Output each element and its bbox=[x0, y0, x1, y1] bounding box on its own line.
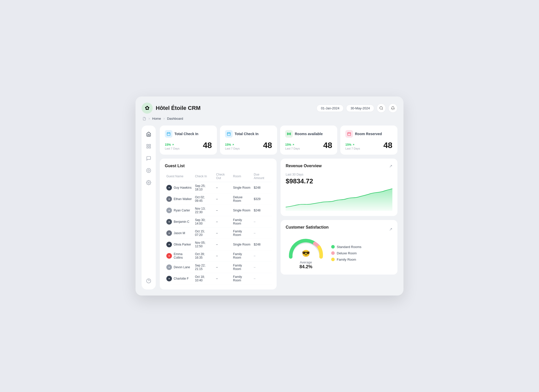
guest-name-cell: ● Charlotte F bbox=[165, 273, 193, 284]
revenue-days: Last 30 Days bbox=[286, 173, 392, 176]
guest-checkout: – bbox=[215, 182, 232, 193]
stat-days-2: Last 7 Days bbox=[225, 147, 240, 150]
stat-icon-checkin bbox=[165, 130, 172, 138]
guest-due: $248 bbox=[252, 182, 272, 193]
satisfaction-card: Customer Satisfaction ↗ bbox=[281, 220, 397, 275]
table-row[interactable]: ● Ryan Carter Nov 13; 22:30 – Single Roo… bbox=[165, 205, 272, 216]
stat-icon-reserved bbox=[345, 130, 353, 138]
legend-dot bbox=[331, 258, 335, 261]
revenue-amount: $9834.72 bbox=[286, 177, 392, 185]
sidebar-item-home[interactable] bbox=[144, 130, 153, 139]
guest-name-cell: ● Benjamin C bbox=[165, 216, 193, 228]
stat-header: Total Check In bbox=[165, 130, 212, 138]
sidebar-item-grid[interactable] bbox=[144, 142, 153, 151]
legend-label: Standard Rooms bbox=[337, 245, 362, 249]
satisfaction-header: Customer Satisfaction ↗ bbox=[286, 225, 392, 233]
guest-checkin: Sep 25; 18:10 bbox=[193, 182, 215, 193]
stat-percent: 15% bbox=[165, 143, 179, 146]
satisfaction-body: 😎 Average 84.2% Standard Rooms Deluxe Ro… bbox=[286, 237, 392, 270]
guest-due: – bbox=[252, 273, 272, 284]
table-row[interactable]: ● Jason M Oct 15; 07:20 – Family Room – bbox=[165, 228, 272, 239]
stats-row: Total Check In 15% Last 7 Days 48 bbox=[160, 126, 397, 155]
date-start-button[interactable]: 01-Jan-2024 bbox=[317, 105, 344, 112]
table-row[interactable]: ● Devon Lane Sep 22; 21:15 – Family Room… bbox=[165, 262, 272, 273]
logo-icon: ✿ bbox=[142, 103, 153, 114]
svg-point-8 bbox=[148, 182, 149, 183]
stat-card-reserved: Room Reserved 15% Last 7 Days 48 bbox=[340, 126, 397, 155]
sidebar-item-messages[interactable] bbox=[144, 154, 153, 163]
svg-rect-11 bbox=[167, 133, 170, 136]
guest-checkout: – bbox=[215, 205, 232, 216]
table-row[interactable]: ● Emma Collins Oct 28; 16:35 – Family Ro… bbox=[165, 250, 272, 262]
sidebar-item-help[interactable] bbox=[144, 276, 153, 285]
guest-checkout: – bbox=[215, 216, 232, 228]
guest-checkout: – bbox=[215, 250, 232, 262]
guest-due: – bbox=[252, 250, 272, 262]
stat-title-2: Total Check In bbox=[235, 132, 259, 136]
guest-name-cell: ● Guy Hawkins bbox=[165, 182, 193, 193]
table-row[interactable]: ● Guy Hawkins Sep 25; 18:10 – Single Roo… bbox=[165, 182, 272, 193]
stat-meta-2: 15% Last 7 Days bbox=[225, 143, 240, 150]
svg-point-7 bbox=[148, 170, 150, 172]
search-button[interactable] bbox=[377, 104, 386, 113]
guest-checkin: Oct 18; 10:40 bbox=[193, 273, 215, 284]
satisfaction-legend: Standard Rooms Deluxe Room Family Room bbox=[331, 245, 362, 261]
stat-percent-2: 15% bbox=[225, 143, 240, 146]
satisfaction-title: Customer Satisfaction bbox=[286, 225, 329, 230]
guest-room: Family Room bbox=[232, 273, 252, 284]
stat-card-checkin-1: Total Check In 15% Last 7 Days 48 bbox=[160, 126, 217, 155]
stat-number-1: 48 bbox=[203, 141, 212, 150]
guest-name-cell: ● Devon Lane bbox=[165, 262, 193, 273]
stat-bottom-3: 15% Last 7 Days 48 bbox=[285, 141, 332, 150]
stat-title-3: Rooms available bbox=[295, 132, 323, 136]
svg-rect-2 bbox=[147, 144, 148, 146]
col-room: Room bbox=[232, 172, 252, 182]
date-end-button[interactable]: 30-May-2024 bbox=[346, 105, 374, 112]
sidebar-item-analytics[interactable] bbox=[144, 166, 153, 175]
table-row[interactable]: ● Benjamin C Sep 30; 14:00 – Family Room… bbox=[165, 216, 272, 228]
guest-room: Single Room bbox=[232, 239, 252, 250]
stat-bottom-2: 15% Last 7 Days 48 bbox=[225, 141, 272, 150]
guest-checkout: – bbox=[215, 262, 232, 273]
table-row[interactable]: ● Charlotte F Oct 18; 10:40 – Family Roo… bbox=[165, 273, 272, 284]
stat-header-2: Total Check In bbox=[225, 130, 272, 138]
table-row[interactable]: ● Olivia Parker Nov 05; 12:50 – Single R… bbox=[165, 239, 272, 250]
table-row[interactable]: ● Ethan Walker Oct 02; 09:45 – Deluxe Ro… bbox=[165, 193, 272, 205]
stat-percent-3: 15% bbox=[285, 143, 300, 146]
legend-dot bbox=[331, 251, 335, 255]
stat-percent-4: 15% bbox=[345, 143, 360, 146]
stat-meta-3: 15% Last 7 Days bbox=[285, 143, 300, 150]
sidebar-item-settings[interactable] bbox=[144, 178, 153, 187]
breadcrumb: Home Dashboard bbox=[142, 117, 397, 120]
col-guest-name: Guest Name bbox=[165, 172, 193, 182]
header: ✿ Hôtel Étoile CRM 01-Jan-2024 30-May-20… bbox=[142, 103, 397, 114]
revenue-expand-icon[interactable]: ↗ bbox=[389, 164, 392, 168]
svg-text:😎: 😎 bbox=[302, 249, 310, 257]
content: Total Check In 15% Last 7 Days 48 bbox=[160, 126, 397, 289]
col-checkin: Check In bbox=[193, 172, 215, 182]
satisfaction-expand-icon[interactable]: ↗ bbox=[389, 227, 392, 232]
legend-item: Standard Rooms bbox=[331, 245, 362, 249]
gauge-percent: 84.2% bbox=[299, 264, 312, 270]
stat-bottom: 15% Last 7 Days 48 bbox=[165, 141, 212, 150]
bottom-row: Guest List Guest Name Check In Check Out… bbox=[160, 159, 397, 289]
guest-name-cell: ● Olivia Parker bbox=[165, 239, 193, 250]
breadcrumb-home[interactable]: Home bbox=[152, 117, 161, 120]
stat-header-4: Room Reserved bbox=[345, 130, 392, 138]
stat-bottom-4: 15% Last 7 Days 48 bbox=[345, 141, 392, 150]
guest-room: Single Room bbox=[232, 205, 252, 216]
stat-number-4: 48 bbox=[383, 141, 392, 150]
svg-rect-15 bbox=[227, 133, 230, 136]
notification-button[interactable] bbox=[388, 104, 397, 113]
guest-checkout: – bbox=[215, 193, 232, 205]
guest-checkin: Sep 30; 14:00 bbox=[193, 216, 215, 228]
guest-room: Family Room bbox=[232, 228, 252, 239]
stat-card-rooms-available: Rooms available 15% Last 7 Days 48 bbox=[280, 126, 337, 155]
guest-checkin: Nov 13; 22:30 bbox=[193, 205, 215, 216]
svg-line-1 bbox=[382, 109, 383, 110]
stat-number-2: 48 bbox=[263, 141, 272, 150]
right-panel: Revenue Overview ↗ Last 30 Days $9834.72 bbox=[281, 159, 397, 289]
stat-meta: 15% Last 7 Days bbox=[165, 143, 179, 150]
revenue-card: Revenue Overview ↗ Last 30 Days $9834.72 bbox=[281, 159, 397, 216]
guest-name-cell: ● Jason M bbox=[165, 228, 193, 239]
